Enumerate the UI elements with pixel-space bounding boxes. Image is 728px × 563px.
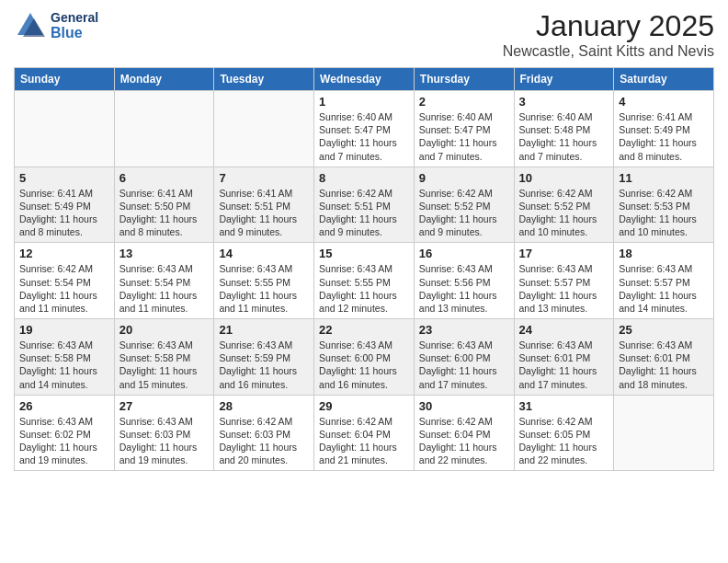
weekday-header-tuesday: Tuesday <box>214 68 314 91</box>
day-number: 11 <box>619 171 709 185</box>
logo: General Blue <box>14 9 98 42</box>
day-info: Sunrise: 6:43 AM Sunset: 5:59 PM Dayligh… <box>219 339 309 391</box>
weekday-header-saturday: Saturday <box>614 68 714 91</box>
day-number: 28 <box>219 399 309 413</box>
day-number: 5 <box>19 171 109 185</box>
calendar-cell: 15Sunrise: 6:43 AM Sunset: 5:55 PM Dayli… <box>314 243 415 319</box>
title-block: January 2025 Newcastle, Saint Kitts and … <box>503 9 714 60</box>
day-info: Sunrise: 6:43 AM Sunset: 5:58 PM Dayligh… <box>19 339 109 391</box>
calendar-week-row: 1Sunrise: 6:40 AM Sunset: 5:47 PM Daylig… <box>15 91 714 167</box>
day-number: 14 <box>219 247 309 260</box>
day-info: Sunrise: 6:42 AM Sunset: 5:54 PM Dayligh… <box>19 262 109 315</box>
calendar-cell: 10Sunrise: 6:42 AM Sunset: 5:52 PM Dayli… <box>514 167 614 243</box>
logo-general: General <box>51 11 98 25</box>
calendar-week-row: 26Sunrise: 6:43 AM Sunset: 6:02 PM Dayli… <box>15 395 714 471</box>
day-info: Sunrise: 6:42 AM Sunset: 5:52 PM Dayligh… <box>419 187 509 239</box>
page-header: General Blue January 2025 Newcastle, Sai… <box>14 9 714 60</box>
logo-icon <box>14 9 47 42</box>
calendar-cell <box>214 91 314 167</box>
day-info: Sunrise: 6:42 AM Sunset: 6:04 PM Dayligh… <box>419 415 509 467</box>
calendar-cell: 22Sunrise: 6:43 AM Sunset: 6:00 PM Dayli… <box>314 319 415 396</box>
calendar-cell: 30Sunrise: 6:42 AM Sunset: 6:04 PM Dayli… <box>414 395 514 471</box>
day-number: 1 <box>319 95 409 109</box>
calendar-table: SundayMondayTuesdayWednesdayThursdayFrid… <box>14 67 714 471</box>
day-info: Sunrise: 6:42 AM Sunset: 5:52 PM Dayligh… <box>519 187 609 239</box>
day-info: Sunrise: 6:43 AM Sunset: 6:00 PM Dayligh… <box>319 339 409 391</box>
day-info: Sunrise: 6:43 AM Sunset: 5:58 PM Dayligh… <box>119 339 210 391</box>
calendar-cell: 28Sunrise: 6:42 AM Sunset: 6:03 PM Dayli… <box>214 395 314 471</box>
day-number: 13 <box>119 247 210 260</box>
day-number: 15 <box>319 247 409 260</box>
day-number: 3 <box>519 95 609 109</box>
weekday-header-monday: Monday <box>114 68 214 91</box>
day-info: Sunrise: 6:41 AM Sunset: 5:50 PM Dayligh… <box>119 187 210 239</box>
day-number: 22 <box>319 323 409 337</box>
day-info: Sunrise: 6:42 AM Sunset: 5:53 PM Dayligh… <box>619 187 709 239</box>
calendar-cell: 25Sunrise: 6:43 AM Sunset: 6:01 PM Dayli… <box>614 319 714 396</box>
day-info: Sunrise: 6:43 AM Sunset: 6:01 PM Dayligh… <box>619 339 709 391</box>
weekday-header-wednesday: Wednesday <box>314 68 415 91</box>
day-info: Sunrise: 6:43 AM Sunset: 6:00 PM Dayligh… <box>419 339 509 391</box>
day-info: Sunrise: 6:40 AM Sunset: 5:47 PM Dayligh… <box>419 110 509 163</box>
calendar-week-row: 5Sunrise: 6:41 AM Sunset: 5:49 PM Daylig… <box>15 167 714 243</box>
day-number: 21 <box>219 323 309 337</box>
day-number: 9 <box>419 171 509 185</box>
day-info: Sunrise: 6:43 AM Sunset: 6:01 PM Dayligh… <box>519 339 609 391</box>
day-number: 19 <box>19 323 109 337</box>
calendar-cell: 19Sunrise: 6:43 AM Sunset: 5:58 PM Dayli… <box>15 319 115 396</box>
calendar-cell: 4Sunrise: 6:41 AM Sunset: 5:49 PM Daylig… <box>614 91 714 167</box>
calendar-cell: 23Sunrise: 6:43 AM Sunset: 6:00 PM Dayli… <box>414 319 514 396</box>
day-number: 6 <box>119 171 210 185</box>
day-info: Sunrise: 6:43 AM Sunset: 5:56 PM Dayligh… <box>419 262 509 315</box>
day-info: Sunrise: 6:43 AM Sunset: 6:02 PM Dayligh… <box>19 415 109 467</box>
day-info: Sunrise: 6:43 AM Sunset: 5:57 PM Dayligh… <box>619 262 709 315</box>
calendar-cell: 26Sunrise: 6:43 AM Sunset: 6:02 PM Dayli… <box>15 395 115 471</box>
day-number: 25 <box>619 323 709 337</box>
calendar-cell <box>614 395 714 471</box>
day-info: Sunrise: 6:42 AM Sunset: 6:03 PM Dayligh… <box>219 415 309 467</box>
day-number: 29 <box>319 399 409 413</box>
calendar-cell <box>15 91 115 167</box>
day-number: 31 <box>519 399 609 413</box>
weekday-header-friday: Friday <box>514 68 614 91</box>
day-number: 12 <box>19 247 109 260</box>
day-number: 10 <box>519 171 609 185</box>
day-number: 24 <box>519 323 609 337</box>
day-info: Sunrise: 6:42 AM Sunset: 5:51 PM Dayligh… <box>319 187 409 239</box>
calendar-cell: 2Sunrise: 6:40 AM Sunset: 5:47 PM Daylig… <box>414 91 514 167</box>
day-number: 20 <box>119 323 210 337</box>
calendar-week-row: 19Sunrise: 6:43 AM Sunset: 5:58 PM Dayli… <box>15 319 714 396</box>
calendar-cell: 17Sunrise: 6:43 AM Sunset: 5:57 PM Dayli… <box>514 243 614 319</box>
calendar-cell: 7Sunrise: 6:41 AM Sunset: 5:51 PM Daylig… <box>214 167 314 243</box>
calendar-cell: 20Sunrise: 6:43 AM Sunset: 5:58 PM Dayli… <box>114 319 214 396</box>
day-number: 7 <box>219 171 309 185</box>
calendar-cell: 27Sunrise: 6:43 AM Sunset: 6:03 PM Dayli… <box>114 395 214 471</box>
logo-text: General Blue <box>51 11 98 41</box>
weekday-header-thursday: Thursday <box>414 68 514 91</box>
day-info: Sunrise: 6:41 AM Sunset: 5:49 PM Dayligh… <box>19 187 109 239</box>
calendar-cell: 31Sunrise: 6:42 AM Sunset: 6:05 PM Dayli… <box>514 395 614 471</box>
weekday-header-sunday: Sunday <box>15 68 115 91</box>
day-info: Sunrise: 6:42 AM Sunset: 6:04 PM Dayligh… <box>319 415 409 467</box>
calendar-cell: 3Sunrise: 6:40 AM Sunset: 5:48 PM Daylig… <box>514 91 614 167</box>
day-info: Sunrise: 6:41 AM Sunset: 5:51 PM Dayligh… <box>219 187 309 239</box>
calendar-cell: 13Sunrise: 6:43 AM Sunset: 5:54 PM Dayli… <box>114 243 214 319</box>
location-title: Newcastle, Saint Kitts and Nevis <box>503 43 714 60</box>
calendar-cell: 8Sunrise: 6:42 AM Sunset: 5:51 PM Daylig… <box>314 167 415 243</box>
day-number: 16 <box>419 247 509 260</box>
day-info: Sunrise: 6:43 AM Sunset: 5:55 PM Dayligh… <box>219 262 309 315</box>
day-number: 26 <box>19 399 109 413</box>
calendar-week-row: 12Sunrise: 6:42 AM Sunset: 5:54 PM Dayli… <box>15 243 714 319</box>
calendar-cell: 29Sunrise: 6:42 AM Sunset: 6:04 PM Dayli… <box>314 395 415 471</box>
day-info: Sunrise: 6:43 AM Sunset: 5:57 PM Dayligh… <box>519 262 609 315</box>
day-number: 30 <box>419 399 509 413</box>
day-number: 4 <box>619 95 709 109</box>
calendar-cell: 24Sunrise: 6:43 AM Sunset: 6:01 PM Dayli… <box>514 319 614 396</box>
calendar-cell: 18Sunrise: 6:43 AM Sunset: 5:57 PM Dayli… <box>614 243 714 319</box>
day-info: Sunrise: 6:43 AM Sunset: 6:03 PM Dayligh… <box>119 415 210 467</box>
month-title: January 2025 <box>503 9 714 43</box>
calendar-cell: 21Sunrise: 6:43 AM Sunset: 5:59 PM Dayli… <box>214 319 314 396</box>
calendar-cell <box>114 91 214 167</box>
calendar-cell: 1Sunrise: 6:40 AM Sunset: 5:47 PM Daylig… <box>314 91 415 167</box>
calendar-cell: 9Sunrise: 6:42 AM Sunset: 5:52 PM Daylig… <box>414 167 514 243</box>
